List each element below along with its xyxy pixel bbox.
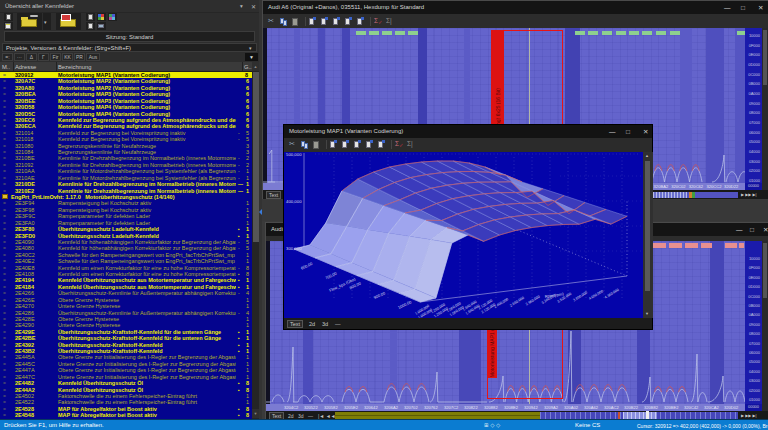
svg-text:700,00: 700,00 — [324, 270, 338, 280]
svg-text:400,000: 400,000 — [286, 199, 302, 204]
svg-text:500,000: 500,000 — [286, 152, 302, 157]
svg-text:2.680,000: 2.680,000 — [509, 296, 525, 308]
svg-text:600,00: 600,00 — [300, 261, 314, 271]
svg-text:4.080,000: 4.080,000 — [588, 289, 604, 301]
svg-text:4.360,000: 4.360,000 — [604, 288, 620, 300]
svg-text:900,00: 900,00 — [373, 290, 387, 300]
svg-text:2.960,000: 2.960,000 — [525, 295, 541, 307]
svg-text:1000,00: 1000,00 — [397, 299, 413, 310]
svg-text:300,000: 300,000 — [286, 246, 302, 251]
svg-text:3.800,000: 3.800,000 — [572, 290, 588, 302]
svg-text:2.400,000: 2.400,000 — [493, 297, 509, 309]
